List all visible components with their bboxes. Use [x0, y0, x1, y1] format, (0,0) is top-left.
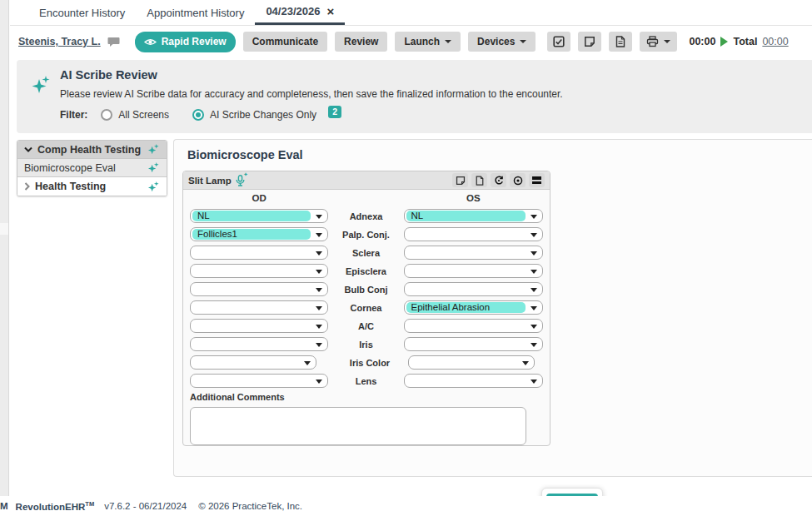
- tab-appointment-history[interactable]: Appointment History: [136, 0, 255, 25]
- launch-dropdown-button[interactable]: Launch: [395, 32, 461, 52]
- tab-encounter-date[interactable]: 04/23/2026 ×: [255, 0, 345, 25]
- sidebar-item-comp-health-testing[interactable]: Comp Health Testing: [17, 141, 167, 159]
- collapsed-side-panel[interactable]: [0, 0, 9, 496]
- od-sclera-select[interactable]: [190, 246, 328, 260]
- devices-dropdown-button[interactable]: Devices: [468, 32, 536, 52]
- row-palp-conj: Follicles1 Palp. Conj.: [190, 227, 543, 241]
- sticky-note-icon[interactable]: [452, 173, 468, 187]
- panel-notch: [0, 223, 8, 235]
- play-icon[interactable]: [720, 37, 728, 47]
- row-label: A/C: [328, 321, 403, 331]
- sidebar-item-label: Comp Health Testing: [37, 144, 141, 156]
- os-sclera-select[interactable]: [404, 246, 543, 260]
- banner-title: AI Scribe Review: [60, 68, 157, 82]
- microphone-sparkle-icon[interactable]: ✦: [236, 175, 245, 186]
- select-value: NL: [406, 211, 526, 221]
- sidebar-item-biomicroscope-eval[interactable]: Biomicroscope Eval: [17, 159, 167, 177]
- radio-label: AI Scribe Changes Only: [210, 109, 316, 121]
- radio-checked-icon: [192, 109, 204, 121]
- slit-lamp-card: Slit Lamp ✦: [182, 171, 550, 446]
- os-iris-select[interactable]: [404, 337, 543, 351]
- row-iris-color: Iris Color: [190, 355, 543, 370]
- sidebar-item-label: Biomicroscope Eval: [24, 162, 116, 174]
- sparkles-icon: [147, 143, 160, 156]
- dropdown-caret-icon: [316, 270, 322, 274]
- select-value: [192, 247, 311, 258]
- row-label: Bulb Conj: [328, 285, 403, 295]
- row-label: Lens: [328, 376, 403, 386]
- os-ac-select[interactable]: [404, 319, 543, 333]
- additional-comments-input[interactable]: [190, 407, 526, 445]
- tab-label: 04/23/2026: [266, 5, 320, 17]
- od-episclera-select[interactable]: [190, 264, 328, 278]
- select-value: [406, 339, 526, 350]
- undo-icon[interactable]: [491, 173, 506, 187]
- row-label: Episclera: [328, 266, 403, 276]
- os-episclera-select[interactable]: [404, 264, 543, 278]
- os-iris-color-select[interactable]: [408, 355, 535, 370]
- slit-lamp-header: Slit Lamp ✦: [183, 171, 550, 190]
- rapid-review-button[interactable]: Rapid Review: [135, 32, 236, 52]
- print-dropdown-button[interactable]: [640, 32, 677, 52]
- banner-subtitle: Please review AI Scribe data for accurac…: [60, 88, 563, 100]
- od-iris-select[interactable]: [190, 337, 328, 351]
- tab-bar: Encounter History Appointment History 04…: [10, 0, 812, 26]
- documents-button[interactable]: [609, 32, 632, 52]
- dropdown-caret-icon: [316, 343, 322, 347]
- sidebar-item-label: Health Testing: [35, 181, 106, 192]
- dropdown-caret-icon: [531, 270, 537, 274]
- notes-button[interactable]: [578, 32, 601, 52]
- od-bulb-conj-select[interactable]: [190, 282, 328, 296]
- review-label: Review: [344, 36, 378, 47]
- row-label: Sclera: [328, 248, 403, 258]
- document-icon: [615, 36, 625, 47]
- od-palp-conj-select[interactable]: Follicles1: [190, 227, 328, 241]
- radio-all-screens[interactable]: All Screens: [101, 109, 169, 121]
- os-lens-select[interactable]: [404, 374, 543, 388]
- os-adnexa-select[interactable]: NL: [404, 209, 543, 223]
- review-button[interactable]: Review: [335, 32, 387, 52]
- rapid-review-label: Rapid Review: [162, 36, 227, 47]
- close-tab-icon[interactable]: ×: [326, 5, 334, 17]
- sparkles-icon: [147, 181, 160, 193]
- row-episclera: Episclera: [190, 264, 543, 278]
- app-footer: M RevolutionEHRTM v7.6.2 - 06/21/2024 © …: [0, 496, 812, 516]
- os-bulb-conj-select[interactable]: [404, 282, 543, 296]
- communicate-button[interactable]: Communicate: [243, 32, 327, 52]
- od-iris-color-select[interactable]: [190, 355, 316, 370]
- panel-title: Biomicroscope Eval: [187, 148, 303, 161]
- patient-name-link[interactable]: Steenis, Tracy L.: [18, 36, 101, 47]
- select-value: [411, 357, 517, 368]
- od-cornea-select[interactable]: [190, 300, 328, 315]
- select-value: [192, 375, 311, 386]
- slit-lamp-body: OD OS NL Adnexa NL Follicles1 Palp. Conj…: [183, 190, 550, 449]
- filter-row: Filter: All Screens AI Scribe Changes On…: [60, 108, 365, 121]
- chat-bubble-icon[interactable]: [107, 37, 120, 47]
- od-ac-select[interactable]: [190, 319, 328, 333]
- select-value: [192, 284, 311, 295]
- select-value: [192, 302, 311, 313]
- file-icon[interactable]: [471, 173, 487, 187]
- od-header: OD: [190, 193, 328, 206]
- dropdown-caret-icon: [304, 361, 311, 365]
- record-icon[interactable]: [510, 173, 526, 187]
- sidebar-item-health-testing[interactable]: Health Testing: [17, 177, 167, 196]
- eye-column-headers: OD OS: [190, 193, 543, 206]
- dropdown-caret-icon: [531, 215, 537, 219]
- od-adnexa-select[interactable]: NL: [190, 209, 328, 223]
- tab-encounter-history[interactable]: Encounter History: [28, 0, 136, 25]
- tab-label: Encounter History: [39, 7, 125, 19]
- radio-icon: [101, 109, 112, 121]
- os-palp-conj-select[interactable]: [404, 227, 543, 241]
- radio-ai-scribe-changes-only[interactable]: AI Scribe Changes Only 2: [192, 108, 341, 121]
- dropdown-caret-icon: [316, 251, 322, 256]
- select-value: NL: [192, 211, 311, 221]
- dropdown-caret-icon: [316, 233, 322, 237]
- row-ac: A/C: [190, 319, 543, 333]
- chevron-right-icon: [24, 182, 30, 191]
- od-lens-select[interactable]: [190, 374, 328, 388]
- os-cornea-select[interactable]: Epithelial Abrasion: [404, 300, 543, 315]
- bars-icon[interactable]: [529, 173, 545, 187]
- timer-total-link[interactable]: 00:00: [762, 36, 788, 47]
- tasks-checkbox-button[interactable]: [547, 32, 570, 52]
